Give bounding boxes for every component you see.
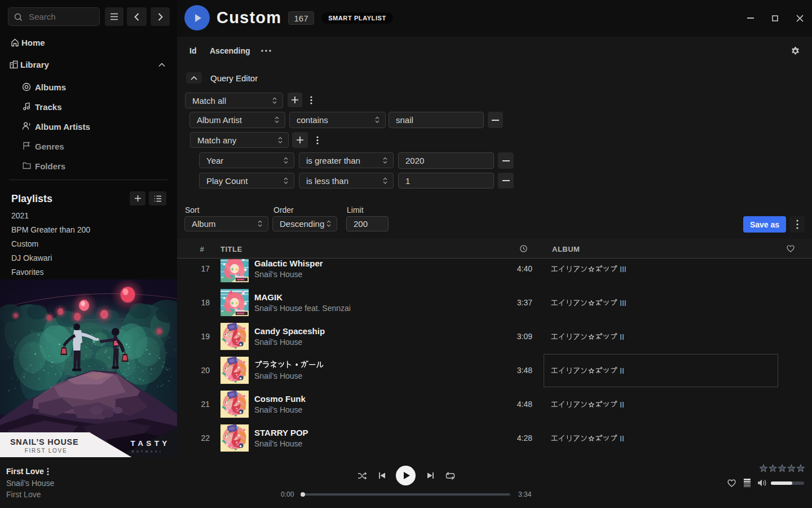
svg-text:BSTMAXI: BSTMAXI [132,450,163,453]
svg-text:TASTY: TASTY [131,439,170,448]
svg-text:SNAIL’S HOUSE: SNAIL’S HOUSE [10,437,79,446]
svg-text:FIRST LOVE: FIRST LOVE [25,448,68,454]
